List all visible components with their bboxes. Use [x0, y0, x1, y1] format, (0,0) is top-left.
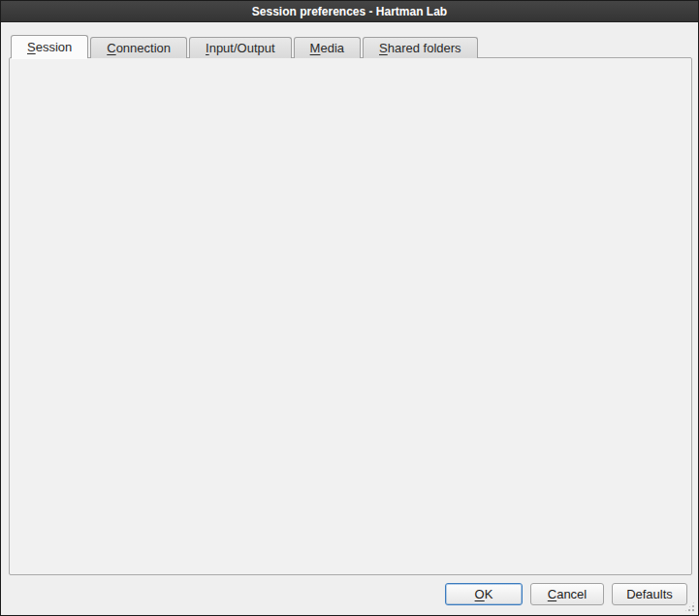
- tab-session[interactable]: Session: [11, 35, 88, 58]
- window-title: Session preferences - Hartman Lab: [252, 5, 447, 18]
- tab-media[interactable]: Media: [294, 37, 361, 58]
- defaults-button[interactable]: Defaults: [612, 583, 687, 605]
- tab-connection-label: Connection: [107, 41, 171, 55]
- ok-button[interactable]: OK: [445, 583, 523, 605]
- cancel-button[interactable]: Cancel: [530, 583, 604, 605]
- window-titlebar[interactable]: Session preferences - Hartman Lab: [1, 1, 698, 22]
- session-preferences-dialog: Session preferences - Hartman Lab Sessio…: [0, 0, 699, 616]
- ok-button-label: OK: [475, 587, 493, 601]
- tab-session-label: Session: [27, 40, 72, 54]
- cancel-button-label: Cancel: [548, 587, 587, 601]
- defaults-button-label: Defaults: [626, 587, 673, 601]
- tab-media-label: Media: [310, 41, 344, 55]
- tab-shared-folders-label: Shared folders: [379, 41, 461, 55]
- tab-input-output[interactable]: Input/Output: [189, 37, 292, 58]
- tab-connection[interactable]: Connection: [90, 37, 187, 58]
- tab-shared-folders[interactable]: Shared folders: [363, 37, 478, 58]
- tab-input-output-label: Input/Output: [206, 41, 275, 55]
- session-tab-pane: [9, 57, 692, 575]
- tab-bar: Session Connection Input/Output Media Sh…: [11, 35, 480, 58]
